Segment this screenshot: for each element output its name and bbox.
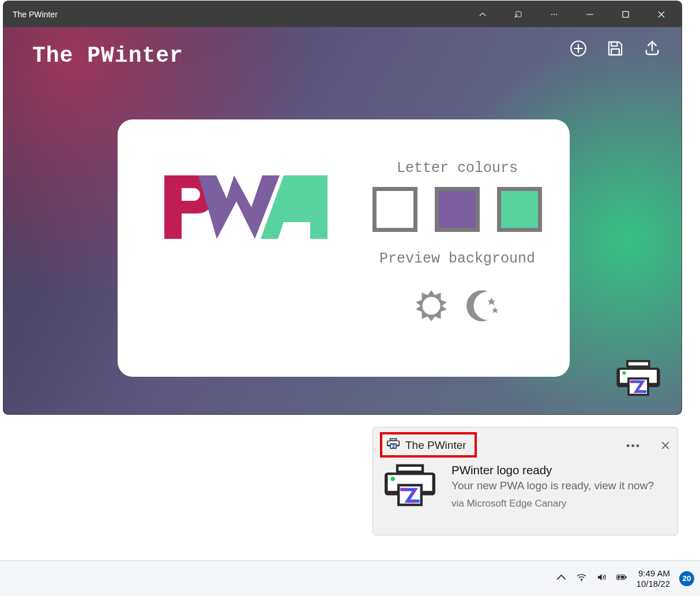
controls-panel: Letter colours Preview background <box>372 160 542 359</box>
notification-more-icon[interactable]: ••• <box>626 440 641 452</box>
swatch-w[interactable] <box>435 187 480 232</box>
titlebar-actions <box>465 1 679 27</box>
notification-body: PWinter logo ready Your new PWA logo is … <box>385 463 666 511</box>
minimize-button[interactable] <box>572 1 608 27</box>
caret-up-icon[interactable] <box>465 1 500 27</box>
save-button[interactable] <box>605 39 625 61</box>
svg-point-29 <box>391 477 395 481</box>
svg-point-14 <box>423 297 441 315</box>
app-title: The PWinter <box>32 43 183 68</box>
main-card: Letter colours Preview background <box>118 119 570 377</box>
swatch-p[interactable] <box>372 187 417 232</box>
app-toolbar <box>569 39 662 61</box>
colour-swatches <box>372 187 542 232</box>
notification-app-name: The PWinter <box>405 439 466 452</box>
svg-point-1 <box>551 14 552 15</box>
svg-point-31 <box>581 580 582 581</box>
add-button[interactable] <box>569 39 588 61</box>
svg-rect-21 <box>390 438 397 440</box>
volume-icon[interactable] <box>596 572 607 585</box>
background-toggles <box>412 287 502 327</box>
notification-message: Your new PWA logo is ready, view it now? <box>451 479 654 493</box>
share-button[interactable] <box>642 39 662 61</box>
notification-actions: ••• <box>626 440 669 452</box>
cast-icon[interactable] <box>500 1 536 27</box>
taskbar-clock[interactable]: 9:49 AM 10/18/22 <box>637 568 670 589</box>
svg-marker-16 <box>492 307 498 313</box>
svg-point-2 <box>554 14 555 15</box>
svg-rect-33 <box>625 576 626 578</box>
battery-icon[interactable] <box>616 572 627 585</box>
svg-rect-27 <box>397 466 423 472</box>
swatch-a[interactable] <box>497 187 542 232</box>
notification-title: PWinter logo ready <box>451 463 654 477</box>
tray-chevron-icon[interactable] <box>556 572 567 585</box>
maximize-button[interactable] <box>608 1 643 27</box>
taskbar: 9:49 AM 10/18/22 20 <box>0 560 700 596</box>
notification-app-icon <box>387 438 400 452</box>
svg-rect-5 <box>623 12 629 17</box>
dark-mode-button[interactable] <box>464 287 502 327</box>
svg-point-3 <box>556 14 557 15</box>
svg-rect-11 <box>611 42 617 46</box>
preview-background-heading: Preview background <box>379 250 535 267</box>
notification-texts: PWinter logo ready Your new PWA logo is … <box>451 463 654 509</box>
close-button[interactable] <box>643 1 679 27</box>
logo-preview <box>145 160 356 359</box>
window-title: The PWinter <box>13 10 58 19</box>
svg-rect-12 <box>611 49 619 55</box>
clock-time: 9:49 AM <box>638 568 670 579</box>
printer-badge-icon[interactable] <box>616 360 661 397</box>
letter-colours-heading: Letter colours <box>397 160 518 177</box>
titlebar: The PWinter <box>3 1 682 27</box>
notification-count-badge[interactable]: 20 <box>679 571 694 586</box>
wifi-icon[interactable] <box>576 572 587 585</box>
more-icon[interactable] <box>536 1 572 27</box>
svg-rect-17 <box>627 361 649 366</box>
notification-large-icon <box>385 463 435 511</box>
app-body: The PWinter <box>3 27 682 414</box>
svg-marker-15 <box>487 298 495 305</box>
svg-point-19 <box>623 372 626 375</box>
notification-via: via Microsoft Edge Canary <box>451 498 654 509</box>
system-tray[interactable] <box>556 572 627 585</box>
clock-date: 10/18/22 <box>637 579 670 589</box>
notification-toast: The PWinter ••• PWinter logo ready Your … <box>372 427 678 535</box>
app-window: The PWinter <box>3 1 682 414</box>
svg-rect-0 <box>516 12 521 17</box>
notification-app-header[interactable]: The PWinter <box>381 434 472 456</box>
light-mode-button[interactable] <box>412 287 450 327</box>
svg-point-23 <box>389 441 390 443</box>
notification-close-button[interactable] <box>661 440 669 452</box>
